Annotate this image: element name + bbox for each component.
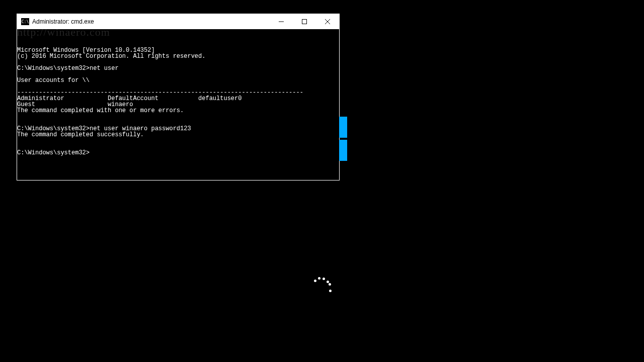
spinner-dot-icon [329,283,331,286]
console-output: Microsoft Windows [Version 10.0.14352] (… [17,47,339,156]
spinner-dot-icon [327,281,329,283]
close-icon [325,19,330,24]
spinner-dot-icon [314,280,316,282]
titlebar[interactable]: C:\ Administrator: cmd.exe [17,14,339,29]
spinner-dot-icon [329,290,332,292]
maximize-button[interactable] [293,14,316,29]
selection-bar-top [339,117,347,138]
minimize-icon [279,19,284,24]
svg-rect-1 [302,20,307,24]
loading-spinner [312,276,332,296]
cmd-icon: C:\ [21,18,29,25]
spinner-dot-icon [323,278,325,280]
minimize-button[interactable] [270,14,293,29]
console-area[interactable]: http://winaero.com Microsoft Windows [Ve… [17,29,339,180]
selection-bar-bottom [339,140,347,161]
cmd-window: C:\ Administrator: cmd.exe http://winaer… [17,14,340,180]
watermark-text: http://winaero.com [17,29,110,35]
window-title: Administrator: cmd.exe [32,18,94,25]
maximize-icon [302,19,307,24]
spinner-dot-icon [318,277,320,280]
close-button[interactable] [316,14,339,29]
